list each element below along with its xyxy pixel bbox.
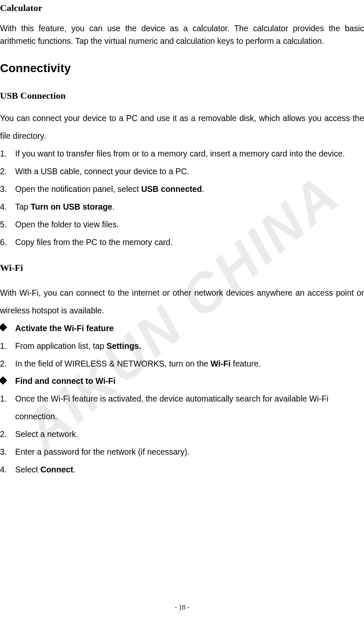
step-number: 4. [0, 198, 7, 216]
step-text: Enter a password for the network (if nec… [15, 447, 190, 456]
page-number: - 18 - [0, 604, 364, 611]
step-number: 2. [0, 163, 7, 181]
usb-heading: USB Connection [0, 90, 364, 101]
step-suffix: . [73, 465, 75, 474]
usb-intro-line1: You can connect your device to a PC and … [0, 110, 364, 145]
step-bold: Turn on USB storage [31, 202, 112, 211]
step-number: 3. [0, 181, 7, 198]
step-bold: Wi-Fi [211, 359, 230, 368]
wifi-heading: Wi-Fi [0, 262, 364, 273]
wifi-activate-title: Activate the Wi-Fi feature [0, 320, 364, 337]
bullet-text: Find and connect to Wi-Fi [15, 376, 115, 386]
step-bold: Connect [40, 465, 73, 474]
list-item: 1.If you want to transfer files from or … [0, 145, 364, 163]
wifi-find-title: Find and connect to Wi-Fi [0, 372, 364, 390]
step-text: Copy files from the PC to the memory car… [15, 237, 173, 247]
list-item: 2.In the field of WIRELESS & NETWORKS, t… [0, 355, 364, 373]
wifi-section: With Wi-Fi, you can connect to the inter… [0, 284, 364, 479]
page-content: Calculator With this feature, you can us… [0, 0, 364, 479]
list-item: 4.Tap Turn on USB storage. [0, 198, 364, 216]
step-text: Once the Wi-Fi feature is activated, the… [15, 394, 328, 421]
step-text: Select a network. [15, 429, 78, 439]
step-number: 4. [0, 461, 7, 479]
step-text: With a USB cable, connect your device to… [15, 167, 189, 176]
list-item: 2.With a USB cable, connect your device … [0, 163, 364, 181]
diamond-icon [0, 323, 7, 332]
step-bold: Settings. [107, 341, 141, 351]
step-suffix: feature. [230, 359, 261, 368]
step-number: 1. [0, 145, 7, 163]
calculator-heading: Calculator [0, 3, 364, 13]
step-number: 2. [0, 426, 7, 443]
calculator-intro: With this feature, you can use the devic… [0, 22, 364, 47]
usb-steps: 1.If you want to transfer files from or … [0, 145, 364, 251]
step-prefix: Select [15, 465, 40, 474]
step-number: 6. [0, 234, 7, 251]
step-prefix: In the field of WIRELESS & NETWORKS, tur… [15, 359, 211, 368]
step-number: 3. [0, 443, 7, 461]
list-item: 3.Enter a password for the network (if n… [0, 443, 364, 461]
step-text: Open the folder to view files. [15, 220, 119, 229]
connectivity-heading: Connectivity [0, 62, 364, 75]
list-item: 3.Open the notification panel, select US… [0, 181, 364, 198]
step-prefix: Tap [15, 202, 31, 211]
diamond-icon [0, 376, 7, 385]
step-number: 2. [0, 355, 7, 373]
wifi-activate-steps: 1.From application list, tap Settings. 2… [0, 337, 364, 373]
wifi-intro: With Wi-Fi, you can connect to the inter… [0, 284, 364, 320]
step-suffix: . [202, 184, 204, 194]
bullet-text: Activate the Wi-Fi feature [15, 324, 114, 333]
step-number: 1. [0, 337, 7, 355]
step-prefix: From application list, tap [15, 341, 107, 351]
step-suffix: . [112, 202, 114, 211]
step-prefix: Open the notification panel, select [15, 184, 141, 194]
step-number: 1. [0, 390, 7, 408]
wifi-find-steps: 1.Once the Wi-Fi feature is activated, t… [0, 390, 364, 479]
list-item: 2.Select a network. [0, 426, 364, 443]
usb-section: You can connect your device to a PC and … [0, 110, 364, 251]
list-item: 5.Open the folder to view files. [0, 216, 364, 234]
list-item: 1.From application list, tap Settings. [0, 337, 364, 355]
step-text: If you want to transfer files from or to… [15, 149, 345, 158]
step-number: 5. [0, 216, 7, 234]
list-item: 1.Once the Wi-Fi feature is activated, t… [0, 390, 364, 426]
step-bold: USB connected [141, 184, 202, 194]
list-item: 6.Copy files from the PC to the memory c… [0, 234, 364, 251]
list-item: 4.Select Connect. [0, 461, 364, 479]
